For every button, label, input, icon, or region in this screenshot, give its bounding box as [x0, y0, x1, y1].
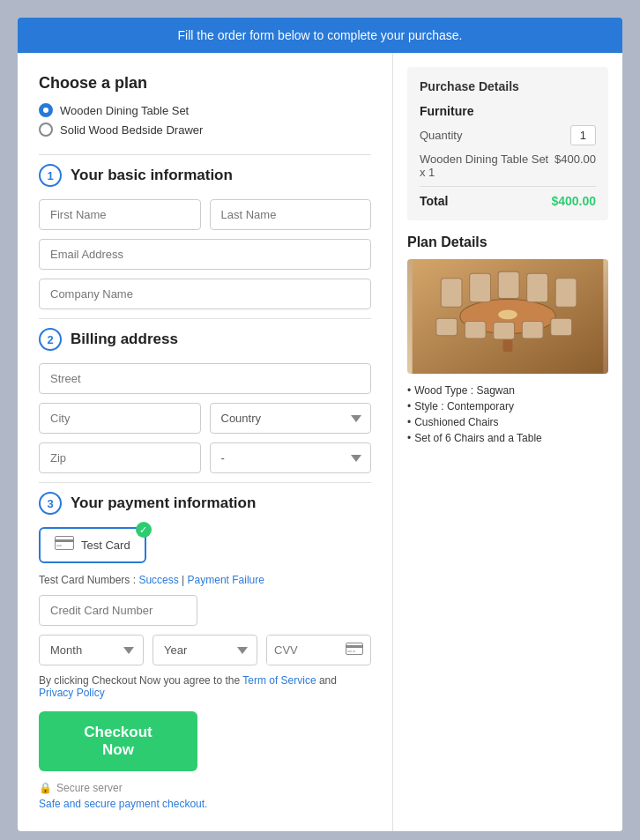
- svg-rect-1: [55, 539, 74, 542]
- email-input[interactable]: [39, 239, 371, 270]
- cvv-input-wrap: [266, 635, 371, 665]
- state-field: -: [210, 442, 372, 473]
- divider-2: [39, 318, 371, 319]
- success-link[interactable]: Success: [138, 574, 178, 586]
- feature-4: Set of 6 Chairs and a Table: [407, 432, 608, 444]
- company-field: [39, 279, 371, 309]
- total-value: $400.00: [551, 194, 596, 208]
- svg-rect-4: [346, 645, 363, 648]
- secure-info: 🔒 Secure server: [39, 782, 371, 794]
- secure-label: Secure server: [56, 782, 123, 794]
- svg-rect-11: [470, 273, 491, 302]
- zip-field: [39, 442, 201, 473]
- plan-details-title: Plan Details: [407, 234, 608, 250]
- email-field: [39, 239, 371, 270]
- step2-label: Billing address: [71, 331, 178, 348]
- cvv-input[interactable]: [267, 636, 339, 665]
- radio-plan-2: [39, 123, 53, 137]
- card-option[interactable]: Test Card ✓: [39, 527, 146, 563]
- total-label: Total: [420, 194, 448, 208]
- street-row: [39, 363, 371, 394]
- quantity-label: Quantity: [420, 129, 462, 142]
- plan-option-1[interactable]: Wooden Dining Table Set: [39, 103, 371, 117]
- safe-text: Safe and secure payment checkout.: [39, 798, 371, 810]
- feature-1: Wood Type : Sagwan: [407, 384, 608, 397]
- top-banner: Fill the order form below to complete yo…: [18, 18, 622, 53]
- step3-number: 3: [39, 492, 62, 515]
- test-card-text: Test Card Numbers :: [39, 574, 136, 586]
- step1-header: 1 Your basic information: [39, 164, 371, 187]
- svg-rect-14: [555, 279, 577, 308]
- name-row: [39, 199, 371, 230]
- cvv-row: Month 01 02 03 12 Year 2024 2025 2026: [39, 635, 371, 665]
- svg-rect-19: [551, 318, 572, 336]
- country-select[interactable]: Country United States United Kingdom Can…: [210, 403, 372, 434]
- total-row: Total $400.00: [420, 194, 596, 208]
- item-row: Wooden Dining Table Set x 1 $400.00: [420, 152, 596, 187]
- first-name-input[interactable]: [39, 199, 201, 230]
- feature-2: Style : Contemporary: [407, 400, 608, 413]
- email-row: [39, 239, 371, 270]
- step2-header: 2 Billing address: [39, 328, 371, 351]
- radio-plan-1: [39, 103, 53, 117]
- step1-label: Your basic information: [71, 167, 233, 184]
- feature-3: Cushioned Chairs: [407, 416, 608, 428]
- state-select[interactable]: -: [210, 442, 372, 473]
- last-name-field: [210, 199, 372, 230]
- cc-row: [39, 595, 371, 626]
- privacy-link[interactable]: Privacy Policy: [39, 687, 105, 699]
- step3-label: Your payment information: [71, 494, 256, 512]
- svg-rect-15: [436, 318, 458, 336]
- quantity-value: 1: [570, 125, 596, 145]
- credit-card-icon: [55, 536, 74, 554]
- svg-rect-0: [56, 537, 74, 550]
- left-panel: Choose a plan Wooden Dining Table Set So…: [18, 53, 393, 831]
- terms-and: and: [316, 674, 337, 687]
- zip-state-row: -: [39, 442, 371, 473]
- svg-rect-16: [465, 321, 486, 338]
- last-name-input[interactable]: [210, 199, 372, 230]
- failure-link[interactable]: Payment Failure: [188, 574, 264, 586]
- step1-number: 1: [39, 164, 62, 187]
- item-label: Wooden Dining Table Set x 1: [420, 152, 554, 179]
- banner-text: Fill the order form below to complete yo…: [178, 28, 463, 42]
- month-field: Month 01 02 03 12: [39, 635, 144, 665]
- zip-input[interactable]: [39, 442, 201, 473]
- lock-icon: 🔒: [39, 782, 52, 794]
- cc-input[interactable]: [39, 595, 197, 626]
- svg-rect-10: [441, 279, 462, 308]
- svg-rect-17: [494, 323, 515, 340]
- plan-option-1-label: Wooden Dining Table Set: [60, 104, 189, 117]
- main-card: Choose a plan Wooden Dining Table Set So…: [18, 53, 622, 831]
- country-field: Country United States United Kingdom Can…: [210, 403, 372, 434]
- step3-header: 3 Your payment information: [39, 492, 371, 515]
- checkout-button[interactable]: Checkout Now: [39, 711, 197, 771]
- terms-text: By clicking Checkout Now you agree to th…: [39, 674, 371, 699]
- street-input[interactable]: [39, 363, 371, 394]
- month-select[interactable]: Month 01 02 03 12: [39, 635, 144, 665]
- plan-option-2-label: Solid Wood Bedside Drawer: [60, 123, 203, 137]
- cc-field: [39, 595, 371, 626]
- step2-number: 2: [39, 328, 62, 351]
- card-label: Test Card: [81, 539, 130, 552]
- item-price: $400.00: [554, 152, 596, 179]
- svg-rect-12: [498, 271, 519, 298]
- cvv-field-wrap: [266, 635, 371, 665]
- terms-link[interactable]: Term of Service: [242, 674, 316, 687]
- company-input[interactable]: [39, 279, 371, 309]
- year-select[interactable]: Year 2024 2025 2026: [153, 635, 257, 665]
- plan-option-2[interactable]: Solid Wood Bedside Drawer: [39, 123, 371, 137]
- svg-rect-13: [527, 273, 548, 302]
- city-input[interactable]: [39, 403, 201, 434]
- divider-1: [39, 154, 371, 155]
- svg-rect-2: [56, 545, 62, 546]
- street-field: [39, 363, 371, 394]
- qty-row: Quantity 1: [420, 125, 596, 145]
- plan-options: Wooden Dining Table Set Solid Wood Bedsi…: [39, 103, 371, 137]
- year-field: Year 2024 2025 2026: [153, 635, 257, 665]
- city-country-row: Country United States United Kingdom Can…: [39, 403, 371, 434]
- purchase-details-title: Purchase Details: [420, 79, 596, 93]
- card-check-icon: ✓: [136, 522, 152, 538]
- separator: |: [182, 574, 184, 586]
- company-row: [39, 279, 371, 309]
